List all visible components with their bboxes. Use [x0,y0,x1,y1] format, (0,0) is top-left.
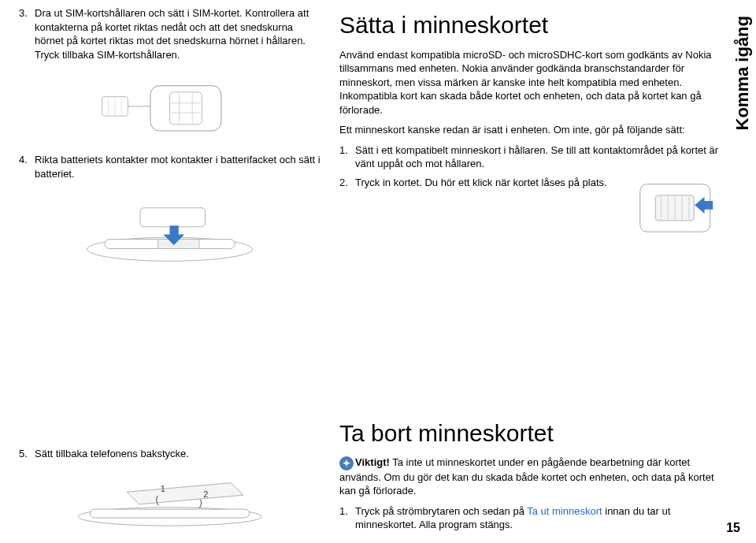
left-column: 3. Dra ut SIM-kortshållaren och sätt i S… [19,6,321,537]
step-number: 4. [19,153,30,180]
step-number: 1. [339,143,350,171]
illustration-sim-holder [19,74,321,145]
right-column: Sätta i minneskortet Använd endast kompa… [339,6,720,537]
svg-text:1: 1 [161,484,165,493]
step-number: 1. [339,504,350,532]
list-item: 1. Sätt i ett kompatibelt minneskort i h… [339,143,720,171]
step-text: Sätt i ett kompatibelt minneskort i håll… [355,143,720,171]
step-5: 5. Sätt tillbaka telefonens bakstycke. [19,447,321,461]
important-icon: ✦ [339,456,354,470]
illustration-card-slot [633,176,720,243]
heading-insert-card: Sätta i minneskortet [339,9,720,42]
step-text: Dra ut SIM-kortshållaren och sätt i SIM-… [35,6,321,61]
side-tab-label: Komma igång [731,16,754,130]
svg-text:2: 2 [203,489,208,499]
link-remove-card: Ta ut minneskort [527,505,602,517]
paragraph: Ett minneskort kanske redan är isatt i e… [339,123,720,137]
illustration-battery-insert [19,193,321,264]
step-text: Tryck på strömbrytaren och sedan på Ta u… [355,504,720,532]
page-content: 3. Dra ut SIM-kortshållaren och sätt i S… [19,6,737,537]
svg-rect-1 [170,92,202,125]
step-number: 2. [339,176,350,190]
important-note: ✦Viktigt! Ta inte ut minneskortet under … [339,456,720,498]
step-3: 3. Dra ut SIM-kortshållaren och sätt i S… [19,6,321,61]
list-item: 1. Tryck på strömbrytaren och sedan på T… [339,504,720,532]
svg-rect-16 [90,509,249,518]
step-text: Rikta batteriets kontakter mot kontakter… [35,153,321,180]
note-text: Ta inte ut minneskortet under en pågåend… [339,456,714,497]
paragraph: Använd endast kompatibla microSD- och mi… [339,48,720,117]
svg-rect-13 [158,240,200,249]
step-text: Sätt tillbaka telefonens bakstycke. [35,447,189,461]
step-text: Tryck in kortet. Du hör ett klick när ko… [355,176,607,190]
illustration-back-cover: 1 2 [19,474,321,529]
svg-rect-14 [140,208,206,227]
step-4: 4. Rikta batteriets kontakter mot kontak… [19,153,321,180]
step-number: 5. [19,447,30,461]
list-item: 2. Tryck in kortet. Du hör ett klick när… [339,176,625,190]
important-label: Viktigt! [355,456,390,468]
heading-remove-card: Ta bort minneskortet [339,418,720,450]
page-number: 15 [726,519,740,537]
step-number: 3. [19,6,30,61]
